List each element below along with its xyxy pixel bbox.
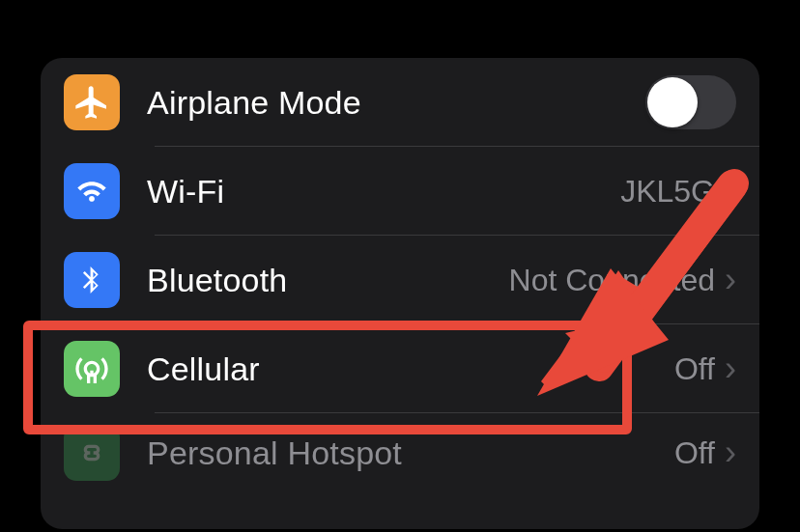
chevron-right-icon: › [725, 351, 736, 386]
wifi-detail: JKL5G [620, 174, 715, 210]
toggle-knob [647, 77, 698, 127]
hotspot-icon [64, 425, 120, 481]
hotspot-label: Personal Hotspot [147, 434, 674, 472]
cellular-label: Cellular [147, 350, 674, 388]
bluetooth-icon [64, 252, 120, 308]
chevron-right-icon: › [725, 174, 736, 209]
chevron-right-icon: › [725, 435, 736, 470]
wifi-label: Wi-Fi [147, 173, 620, 210]
airplane-icon [64, 74, 120, 130]
row-wifi[interactable]: Wi-Fi JKL5G › [41, 147, 759, 236]
cellular-detail: Off [674, 351, 715, 387]
row-cellular[interactable]: Cellular Off › [41, 324, 759, 413]
row-airplane-mode[interactable]: Airplane Mode [41, 58, 759, 147]
row-personal-hotspot[interactable]: Personal Hotspot Off › [41, 413, 759, 492]
wifi-icon [64, 163, 120, 219]
chevron-right-icon: › [725, 263, 736, 297]
bluetooth-label: Bluetooth [147, 262, 509, 299]
airplane-label: Airplane Mode [147, 84, 645, 122]
cellular-icon [64, 341, 120, 397]
airplane-toggle[interactable] [645, 75, 736, 129]
hotspot-detail: Off [674, 435, 715, 471]
settings-panel: Airplane Mode Wi-Fi JKL5G › Bluetooth No… [41, 58, 759, 529]
row-bluetooth[interactable]: Bluetooth Not Connected › [41, 236, 759, 324]
bluetooth-detail: Not Connected [509, 263, 715, 298]
